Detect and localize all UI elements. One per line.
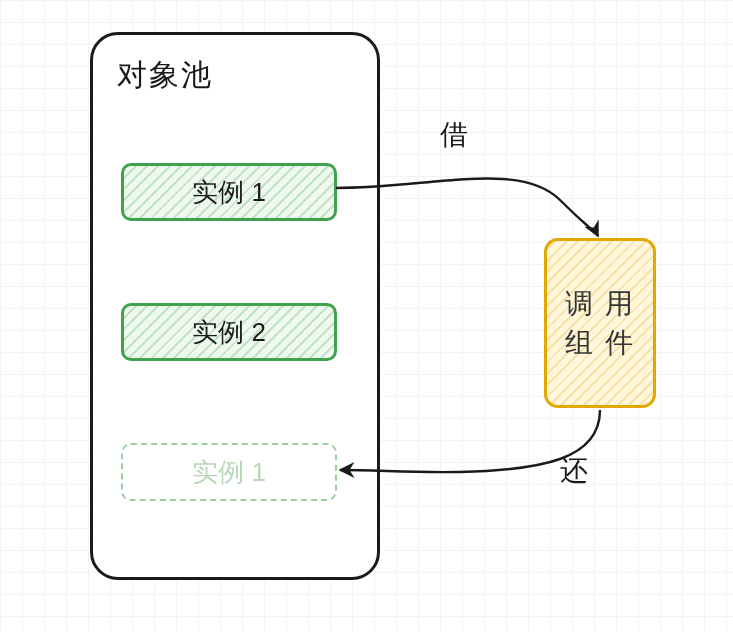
instance-1-label: 实例 1 [192, 175, 266, 210]
edge-label-return: 还 [560, 452, 588, 490]
caller-line1: 调 用 [565, 288, 635, 319]
object-pool-box: 对象池 实例 1 实例 2 实例 1 [90, 32, 380, 580]
object-pool-title: 对象池 [117, 55, 213, 96]
instance-2-label: 实例 2 [192, 315, 266, 350]
instance-ghost-label: 实例 1 [192, 455, 266, 490]
caller-component-label: 调 用 组 件 [565, 284, 635, 362]
edge-label-borrow: 借 [440, 116, 468, 154]
caller-component-box: 调 用 组 件 [544, 238, 656, 408]
instance-ghost-box: 实例 1 [121, 443, 337, 501]
caller-line2: 组 件 [565, 327, 635, 358]
instance-1-box: 实例 1 [121, 163, 337, 221]
diagram-stage: 对象池 实例 1 实例 2 实例 1 调 用 组 件 借 还 [0, 0, 733, 632]
instance-2-box: 实例 2 [121, 303, 337, 361]
